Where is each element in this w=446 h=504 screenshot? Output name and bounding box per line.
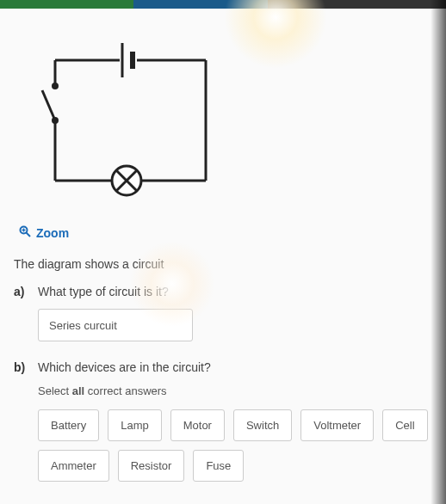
cell-icon [122,43,133,77]
option-cell[interactable]: Cell [382,409,427,441]
svg-point-9 [52,83,59,89]
qb-instruction: Select all correct answers [38,384,432,397]
option-ammeter[interactable]: Ammeter [38,450,109,482]
question-a: a) What type of circuit is it? [14,285,432,341]
question-content: Zoom The diagram shows a circuit a) What… [0,9,446,504]
option-resistor[interactable]: Resistor [118,450,185,482]
qa-text: What type of circuit is it? [38,285,169,298]
svg-line-16 [27,233,31,237]
svg-line-11 [42,90,55,120]
lamp-icon [112,166,141,195]
option-switch[interactable]: Switch [233,409,292,441]
circuit-type-input[interactable] [38,309,193,341]
option-motor[interactable]: Motor [170,409,225,441]
question-b: b) Which devices are in the circuit? Sel… [14,360,432,482]
device-options: Battery Lamp Motor Switch Voltmeter Cell… [38,409,432,482]
diagram-prompt: The diagram shows a circuit [14,257,432,271]
circuit-diagram [38,26,432,201]
qb-label: b) [14,360,29,374]
switch-icon [42,83,59,124]
option-battery[interactable]: Battery [38,409,99,441]
qb-text: Which devices are in the circuit? [38,360,211,374]
option-fuse[interactable]: Fuse [193,450,244,482]
option-voltmeter[interactable]: Voltmeter [300,409,374,441]
circuit-svg [38,26,219,198]
top-bar [0,0,446,9]
zoom-button[interactable]: Zoom [19,225,69,240]
option-lamp[interactable]: Lamp [108,409,162,441]
zoom-icon [19,225,31,240]
zoom-label: Zoom [36,226,69,240]
photo-edge-shadow [431,0,446,504]
qa-label: a) [14,285,29,298]
